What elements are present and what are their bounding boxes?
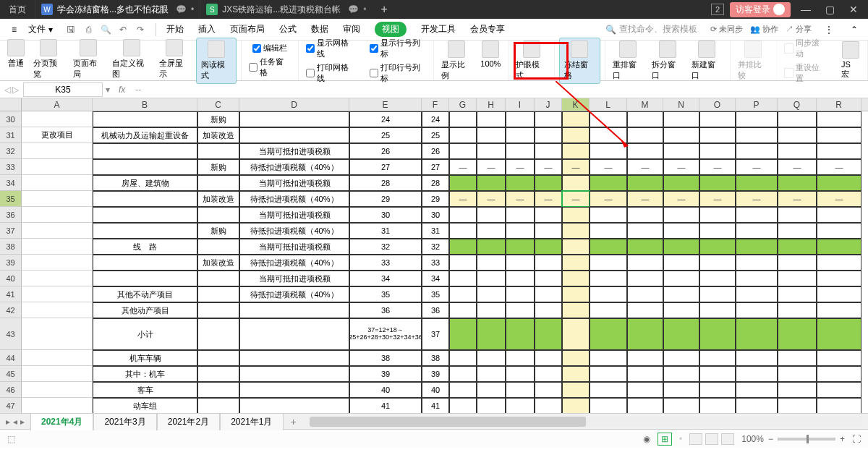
cell[interactable]: 待抵扣进项税额（40%） [239,255,349,271]
cell[interactable] [506,207,535,223]
cell[interactable]: 其他动产项目 [93,302,197,318]
row-header[interactable]: 40 [0,271,22,286]
cell[interactable] [93,255,197,271]
cell[interactable] [699,239,736,255]
cell[interactable] [590,239,627,255]
fx-icon[interactable]: fx [113,85,131,95]
cell[interactable] [736,398,778,413]
cell[interactable] [22,191,93,207]
read-mode-button[interactable]: 阅读模式 [196,38,237,84]
chk-gridlines[interactable]: 显示网格线 [303,37,358,60]
cell[interactable] [535,239,562,255]
cell[interactable] [699,207,736,223]
freeze-panes-button[interactable]: 冻结窗格 [559,38,600,84]
cell[interactable] [93,223,197,239]
cell[interactable]: 26 [422,143,449,159]
cell[interactable] [562,271,590,286]
cell[interactable] [627,255,663,271]
cell[interactable] [562,302,590,318]
cell[interactable] [817,159,861,175]
cell[interactable] [627,382,663,398]
ref-nav-left[interactable]: ◁ [4,85,11,95]
cell[interactable] [535,175,562,191]
cell[interactable]: 32 [349,239,422,255]
cell[interactable] [506,127,535,143]
cell[interactable] [590,255,627,271]
cell[interactable] [562,143,590,159]
fullscreen-button[interactable]: 全屏显示 [156,38,193,84]
cell[interactable]: 36 [422,302,449,318]
cell[interactable] [506,398,535,413]
cell[interactable]: 40 [422,382,449,398]
cell[interactable] [699,223,736,239]
cell[interactable] [506,382,535,398]
tab-comment-icon[interactable]: 💬 [348,4,359,14]
cell[interactable]: 35 [422,286,449,302]
cell[interactable] [699,255,736,271]
cell[interactable] [663,286,699,302]
cell[interactable] [590,286,627,302]
cell[interactable] [590,366,627,382]
cell[interactable] [736,159,778,175]
cell[interactable] [535,191,562,207]
arrange-windows-button[interactable]: 重排窗口 [610,39,647,82]
col-header-O[interactable]: O [699,98,736,111]
cell[interactable] [562,286,590,302]
cell[interactable] [197,286,239,302]
cell[interactable] [817,207,861,223]
cell[interactable] [449,239,477,255]
cell[interactable] [197,271,239,286]
cell[interactable] [506,223,535,239]
cell[interactable]: 小计 [93,318,197,350]
cell[interactable] [663,143,699,159]
cell[interactable] [627,223,663,239]
cell[interactable] [699,127,736,143]
cell[interactable] [663,366,699,382]
cell[interactable] [778,191,817,207]
cell[interactable] [535,223,562,239]
cell[interactable] [239,350,349,366]
sheet-tab-1[interactable]: 2021年4月 [30,413,93,430]
cell[interactable]: 26 [349,143,422,159]
cell[interactable] [477,286,506,302]
col-header-L[interactable]: L [590,98,627,111]
cell[interactable] [22,382,93,398]
cell[interactable] [627,286,663,302]
cell[interactable] [590,175,627,191]
cell[interactable] [736,191,778,207]
cell[interactable] [778,143,817,159]
cell[interactable] [477,302,506,318]
horizontal-scrollbar[interactable] [310,417,862,427]
chk-print-head[interactable]: 打印行号列标 [367,61,430,85]
cell[interactable] [239,398,349,413]
cell[interactable] [197,318,239,350]
cell[interactable]: 当期可抵扣进项税额 [239,175,349,191]
view-normal[interactable] [689,433,702,445]
cell[interactable] [535,286,562,302]
cell[interactable]: 待抵扣进项税额（40%） [239,191,349,207]
col-header-B[interactable]: B [93,98,197,111]
cell[interactable] [535,143,562,159]
search-box[interactable]: 🔍 查找命令、搜索模板 [600,23,703,35]
cell[interactable] [590,398,627,413]
cell[interactable] [22,207,93,223]
cell[interactable] [663,223,699,239]
sheet-tab-4[interactable]: 2021年1月 [220,413,283,430]
cell[interactable] [778,350,817,366]
cell[interactable] [736,143,778,159]
view-break[interactable] [721,433,734,445]
cell[interactable]: 25 [422,127,449,143]
cell[interactable] [778,398,817,413]
cell[interactable]: 27 [349,159,422,175]
sheet-tab-3[interactable]: 2021年2月 [157,413,220,430]
cell[interactable]: 客车 [93,382,197,398]
cell[interactable] [736,223,778,239]
chk-editbar[interactable]: 编辑栏 [250,42,290,54]
cell[interactable] [477,366,506,382]
cell[interactable] [506,111,535,127]
zoom-button[interactable]: 显示比例 [438,39,475,82]
cell[interactable] [22,366,93,382]
zoom-out[interactable]: − [768,434,773,444]
home-tab[interactable]: 首页 [0,0,35,19]
cell[interactable] [239,127,349,143]
